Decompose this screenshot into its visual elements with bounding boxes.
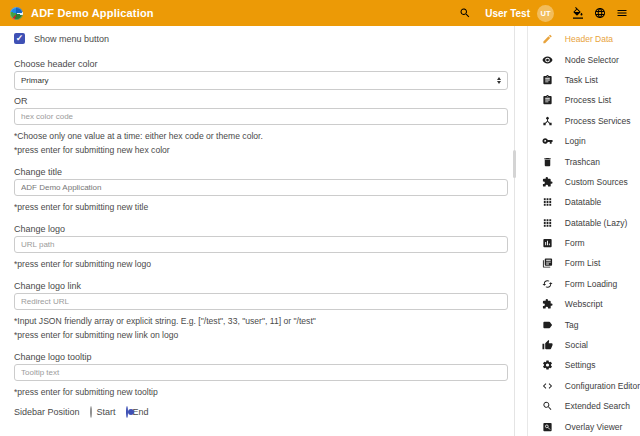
hex-note-2: *press enter for submitting new hex colo… <box>14 145 508 155</box>
title-note: *press enter for submitting new title <box>14 202 508 212</box>
logo-note: *press enter for submitting new logo <box>14 259 508 269</box>
eye-icon <box>542 54 553 65</box>
clipboard-list-icon <box>542 74 553 85</box>
app-logo-icon[interactable] <box>10 7 23 20</box>
sidebar-position-radio-start[interactable] <box>90 406 92 418</box>
sidebar-item-social[interactable]: Social <box>528 335 640 355</box>
sidebar-item-label: Login <box>565 136 586 146</box>
header-color-select[interactable]: Primary <box>14 71 508 90</box>
device-hub-icon <box>542 115 553 126</box>
search-icon <box>542 401 553 412</box>
sidebar-item-label: Tag <box>565 320 579 330</box>
change-logo-link-input[interactable] <box>14 293 508 310</box>
grid-icon <box>542 197 553 208</box>
adf-demo-application: ADF Demo Application User Test UT ✓ Show… <box>0 0 640 436</box>
or-label: OR <box>14 96 508 106</box>
code-icon <box>542 380 553 391</box>
sidebar-item-datatable-lazy[interactable]: Datatable (Lazy) <box>528 213 640 233</box>
sidebar-item-label: Form Loading <box>565 279 617 289</box>
sidebar-position-group: Sidebar Position StartEnd <box>14 407 508 417</box>
overlay-viewer-icon <box>542 421 553 432</box>
sidebar-item-label: Form <box>565 238 585 248</box>
show-menu-checkbox[interactable]: ✓ <box>14 33 25 44</box>
puzzle-icon <box>542 176 553 187</box>
pencil-icon <box>542 34 553 45</box>
sidebar-item-label: Process Services <box>565 116 631 126</box>
sidebar-item-datatable[interactable]: Datatable <box>528 192 640 212</box>
sidebar-item-label: Trashcan <box>565 157 600 167</box>
sidebar-item-tag[interactable]: Tag <box>528 314 640 334</box>
content-scrollbar-thumb[interactable] <box>513 150 516 178</box>
sidebar-position-label: Sidebar Position <box>14 407 80 417</box>
hex-note-1: *Choose only one value at a time: either… <box>14 131 508 141</box>
bar-chart-icon <box>542 238 553 249</box>
sidebar-position-radio-end[interactable] <box>126 406 128 418</box>
sidebar-item-node-selector[interactable]: Node Selector <box>528 49 640 69</box>
sidebar-item-label: Configuration Editor <box>565 381 640 391</box>
sidebar-item-process-list[interactable]: Process List <box>528 90 640 110</box>
loop-icon <box>542 278 553 289</box>
sidebar-item-header-data[interactable]: Header Data <box>528 29 640 49</box>
sidebar-item-custom-sources[interactable]: Custom Sources <box>528 172 640 192</box>
sidebar-item-label: Custom Sources <box>565 177 628 187</box>
sidebar-item-label: Webscript <box>565 299 603 309</box>
sidebar-item-label: Social <box>565 340 588 350</box>
color-fill-icon[interactable] <box>572 7 584 19</box>
change-logo-tooltip-label: Change logo tooltip <box>14 352 508 362</box>
content-scrollbar-track[interactable] <box>514 26 515 436</box>
grid-icon <box>542 217 553 228</box>
hex-color-input[interactable] <box>14 108 508 125</box>
sidebar-item-form-loading[interactable]: Form Loading <box>528 274 640 294</box>
sidebar-item-label: Task List <box>565 75 598 85</box>
sidebar-item-label: Node Selector <box>565 55 619 65</box>
sidebar-item-process-services[interactable]: Process Services <box>528 111 640 131</box>
change-title-input[interactable] <box>14 179 508 196</box>
change-logo-link-label: Change logo link <box>14 281 508 291</box>
right-sidebar-menu: Header DataNode SelectorTask ListProcess… <box>527 26 640 436</box>
change-logo-input[interactable] <box>14 236 508 253</box>
app-title: ADF Demo Application <box>31 7 154 19</box>
app-header: ADF Demo Application User Test UT <box>0 0 640 26</box>
sidebar-item-label: Header Data <box>565 34 613 44</box>
sidebar-item-label: Process List <box>565 95 611 105</box>
sidebar-item-webscript[interactable]: Webscript <box>528 294 640 314</box>
change-logo-label: Change logo <box>14 224 508 234</box>
sidebar-item-label: Extended Search <box>565 401 630 411</box>
sidebar-item-login[interactable]: Login <box>528 131 640 151</box>
select-spinner-icon <box>497 77 501 85</box>
gear-icon <box>542 360 553 371</box>
hamburger-icon[interactable] <box>616 7 628 19</box>
globe-icon[interactable] <box>594 7 606 19</box>
header-color-label: Choose header color <box>14 59 508 69</box>
sidebar-item-label: Settings <box>565 360 596 370</box>
sidebar-item-form[interactable]: Form <box>528 233 640 253</box>
change-logo-tooltip-input[interactable] <box>14 364 508 381</box>
sidebar-item-label: Datatable <box>565 197 601 207</box>
sidebar-item-form-list[interactable]: Form List <box>528 253 640 273</box>
puzzle-icon <box>542 299 553 310</box>
header-color-selected-value: Primary <box>21 76 49 85</box>
sidebar-item-label: Overlay Viewer <box>565 422 622 432</box>
search-icon[interactable] <box>459 7 471 19</box>
sidebar-item-task-list[interactable]: Task List <box>528 70 640 90</box>
avatar[interactable]: UT <box>537 5 554 22</box>
thumb-up-icon <box>542 340 553 351</box>
sidebar-item-extended-search[interactable]: Extended Search <box>528 396 640 416</box>
show-menu-label: Show menu button <box>34 34 109 44</box>
sidebar-item-settings[interactable]: Settings <box>528 355 640 375</box>
change-title-label: Change title <box>14 167 508 177</box>
form-list-icon <box>542 258 553 269</box>
trash-icon <box>542 156 553 167</box>
sidebar-item-label: Form List <box>565 258 600 268</box>
sidebar-position-option-label: End <box>133 407 149 417</box>
sidebar-item-trashcan[interactable]: Trashcan <box>528 151 640 171</box>
header-data-form: ✓ Show menu button Choose header color P… <box>0 26 527 436</box>
tag-icon <box>542 319 553 330</box>
clipboard-list-icon <box>542 95 553 106</box>
tooltip-note: *press enter for submitting new tooltip <box>14 387 508 397</box>
logo-link-note-2: *press enter for submitting new link on … <box>14 330 508 340</box>
logo-link-note-1: *Input JSON friendly array or explicit s… <box>14 316 508 326</box>
sidebar-item-overlay-viewer[interactable]: Overlay Viewer <box>528 416 640 436</box>
sidebar-position-option-label: Start <box>97 407 116 417</box>
sidebar-item-configuration-editor[interactable]: Configuration Editor <box>528 376 640 396</box>
